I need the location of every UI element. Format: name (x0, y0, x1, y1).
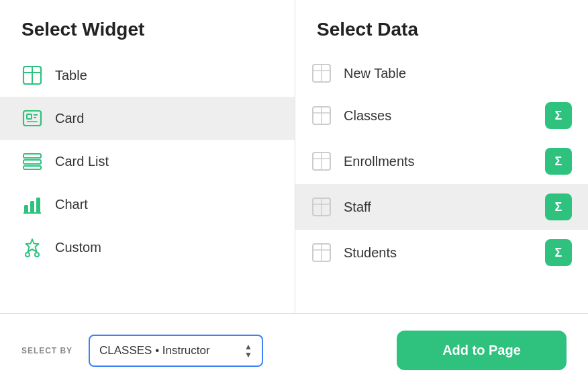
bottom-bar: SELECT BY CLASSES • Instructor ▲ ▼ Add t… (0, 313, 588, 387)
table-icon (21, 64, 43, 86)
card-icon (21, 108, 43, 129)
widget-label-card: Card (55, 111, 84, 126)
data-label-classes: Classes (344, 108, 533, 124)
new-table-icon (311, 63, 332, 83)
widget-item-card[interactable]: Card (0, 97, 295, 140)
data-label-staff: Staff (344, 200, 533, 215)
svg-rect-12 (30, 201, 34, 213)
custom-icon (21, 236, 43, 258)
left-panel: Select Widget Table (0, 0, 295, 313)
widget-label-table: Table (55, 68, 87, 83)
data-item-students[interactable]: Students Σ (295, 230, 588, 275)
card-list-icon (21, 150, 43, 172)
sigma-badge-classes: Σ (545, 102, 572, 129)
select-by-label: SELECT BY (21, 346, 72, 355)
right-panel-title: Select Data (295, 19, 588, 54)
widget-label-custom: Custom (55, 240, 101, 255)
data-item-staff[interactable]: Staff Σ (295, 184, 588, 230)
sigma-badge-enrollments: Σ (545, 148, 572, 175)
svg-rect-4 (27, 114, 32, 119)
svg-point-15 (26, 253, 30, 257)
left-panel-title: Select Widget (0, 19, 295, 54)
chart-icon (21, 194, 43, 215)
widget-item-card-list[interactable]: Card List (0, 140, 295, 183)
select-by-dropdown[interactable]: CLASSES • Instructor ▲ ▼ (89, 335, 263, 367)
enrollments-icon (311, 151, 332, 171)
svg-rect-8 (23, 154, 41, 158)
svg-rect-10 (23, 166, 41, 169)
students-icon (311, 243, 332, 263)
data-list: New Table Classes Σ (295, 54, 588, 275)
classes-icon (311, 105, 332, 126)
data-label-new-table: New Table (344, 66, 572, 81)
dropdown-arrows-icon: ▲ ▼ (244, 343, 252, 359)
widget-item-chart[interactable]: Chart (0, 183, 295, 226)
data-item-enrollments[interactable]: Enrollments Σ (295, 138, 588, 184)
svg-rect-13 (36, 198, 40, 213)
svg-point-16 (35, 253, 39, 257)
select-by-value: CLASSES • Instructor (99, 344, 238, 357)
sigma-badge-students: Σ (545, 239, 572, 266)
main-content: Select Widget Table (0, 0, 588, 313)
widget-label-card-list: Card List (55, 154, 109, 169)
svg-rect-11 (24, 205, 28, 213)
right-panel: Select Data New Table (295, 0, 588, 313)
data-item-classes[interactable]: Classes Σ (295, 93, 588, 138)
data-label-students: Students (344, 245, 533, 261)
staff-icon (311, 197, 332, 217)
widget-list: Table Card (0, 54, 295, 269)
sigma-badge-staff: Σ (545, 194, 572, 220)
data-label-enrollments: Enrollments (344, 154, 533, 169)
widget-label-chart: Chart (55, 197, 88, 212)
widget-item-custom[interactable]: Custom (0, 226, 295, 269)
data-item-new-table[interactable]: New Table (295, 54, 588, 93)
widget-item-table[interactable]: Table (0, 54, 295, 97)
svg-rect-9 (23, 160, 41, 164)
add-to-page-button[interactable]: Add to Page (397, 331, 567, 370)
